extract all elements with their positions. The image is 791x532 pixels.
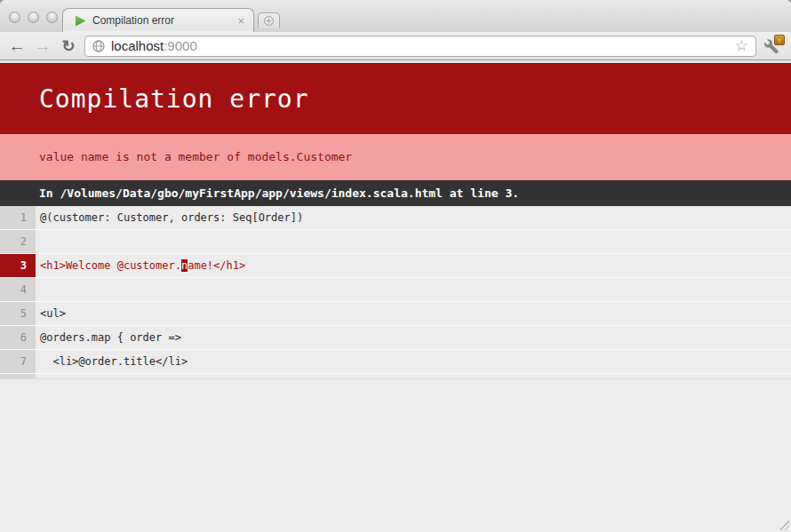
browser-window: Compilation error × + ← → ↻ localhost:90… [0,0,791,532]
bookmark-star-icon[interactable]: ☆ [735,38,748,53]
error-message: value name is not a member of models.Cus… [39,150,352,163]
tab-title: Compilation error [92,14,236,27]
page-title: Compilation error [39,84,309,114]
new-tab-button[interactable]: + [258,12,280,28]
tab-close-icon[interactable]: × [236,15,246,27]
forward-button[interactable]: → [33,36,52,56]
tab-compilation-error[interactable]: Compilation error × [62,8,254,32]
window-minimize-button[interactable] [28,12,39,23]
code-line-7: 7 <li>@order.title</li> [0,350,791,374]
wrench-menu-button[interactable]: ↑ [763,36,784,56]
line-text: @orders.map { order => [36,326,791,349]
url-host: localhost [111,38,164,53]
titlebar: Compilation error × + [0,0,791,32]
line-text [36,278,791,301]
error-line-pre: <h1>Welcome @customer. [40,259,181,272]
navigation-toolbar: ← → ↻ localhost:9000 ☆ ↑ [0,32,791,60]
resize-grip-icon[interactable] [778,519,789,530]
code-listing: 1 @(customer: Customer, orders: Seq[Orde… [0,206,791,378]
line-number: 6 [0,326,36,349]
error-header: Compilation error [0,63,791,134]
address-bar[interactable]: localhost:9000 ☆ [84,36,756,57]
url-text[interactable]: localhost:9000 [111,38,729,53]
line-text [36,230,791,253]
code-line-6: 6 @orders.map { order => [0,326,791,350]
url-port: :9000 [164,38,197,53]
error-banner: value name is not a member of models.Cus… [0,134,791,180]
back-button[interactable]: ← [7,36,27,56]
line-text: @(customer: Customer, orders: Seq[Order]… [36,206,791,229]
play-framework-icon [75,15,86,27]
source-path-bar: In /Volumes/Data/gbo/myFirstApp/app/view… [0,180,791,206]
code-line-5: 5 <ul> [0,302,791,326]
line-number: 1 [0,206,36,229]
line-number: 7 [0,350,36,373]
code-line-4: 4 [0,278,791,302]
line-number: 5 [0,302,36,325]
page-content: Compilation error value name is not a me… [0,60,791,532]
page-empty-area [0,378,791,532]
plus-icon: + [264,16,274,26]
traffic-lights [9,12,58,23]
window-zoom-button[interactable] [46,12,58,23]
line-number: 3 [0,254,36,277]
error-line-post: ame!</h1> [188,259,245,272]
source-location: In /Volumes/Data/gbo/myFirstApp/app/view… [39,187,519,200]
line-text: <li>@order.title</li> [36,350,791,373]
line-number: 4 [0,278,36,301]
line-text: <ul> [36,302,791,325]
globe-icon [92,40,105,52]
reload-button[interactable]: ↻ [59,36,78,56]
code-line-3-error: 3 <h1>Welcome @customer.name!</h1> [0,254,791,278]
update-badge-icon: ↑ [774,35,785,45]
code-line-2: 2 [0,230,791,254]
code-line-1: 1 @(customer: Customer, orders: Seq[Orde… [0,206,791,230]
line-text: <h1>Welcome @customer.name!</h1> [36,254,791,277]
window-close-button[interactable] [9,12,20,23]
line-number: 2 [0,230,36,253]
